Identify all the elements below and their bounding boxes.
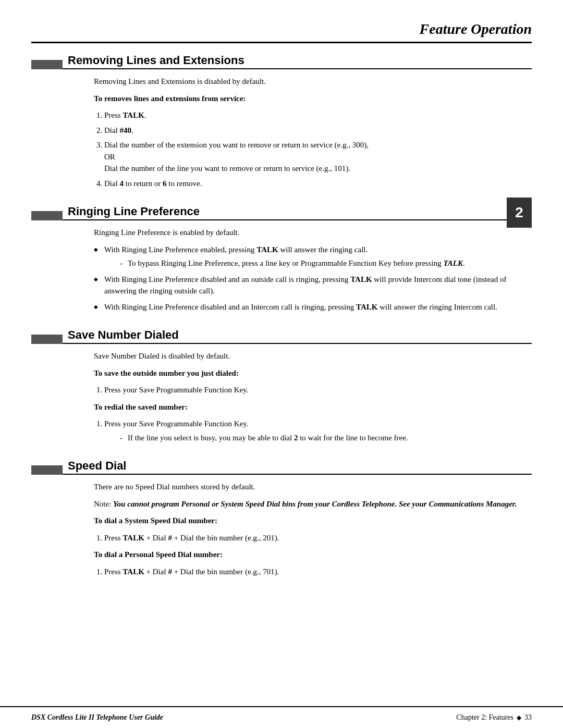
page-title: Feature Operation: [31, 21, 532, 38]
chapter-badge: 2: [507, 198, 532, 228]
section-intro-ringing: Ringing Line Preference is enabled by de…: [94, 227, 532, 239]
dial-2-keyword: 2: [294, 434, 298, 442]
section-title-save: Save Number Dialed: [63, 328, 179, 341]
section-accent-bar-ringing: [31, 211, 63, 220]
step-item: Press your Save Programmable Function Ke…: [104, 418, 532, 443]
footer-right-area: Chapter 2: Features ◆ 33: [456, 713, 532, 722]
talk-keyword: TALK: [256, 245, 278, 254]
talk-keyword: TALK: [123, 567, 144, 576]
step-item: Dial the number of the extension you wan…: [104, 139, 532, 175]
header-rule: [31, 42, 532, 43]
talk-keyword: TALK: [350, 275, 372, 283]
steps-list-system-speed: Press TALK + Dial # + Dial the bin numbe…: [94, 532, 532, 544]
talk-keyword: TALK: [123, 111, 144, 119]
section-intro-speed: There are no Speed Dial numbers stored b…: [94, 481, 532, 493]
note-content: You cannot program Personal or System Sp…: [113, 500, 517, 508]
footer-diamond: ◆: [517, 714, 521, 722]
talk-keyword: TALK: [356, 303, 377, 311]
section-save-number: Save Number Dialed Save Number Dialed is…: [31, 328, 532, 443]
section-body-save: Save Number Dialed is disabled by defaul…: [31, 350, 532, 443]
section-accent-bar-save: [31, 335, 63, 344]
section-intro-removing: Removing Lines and Extensions is disable…: [94, 76, 532, 88]
sub-bullet-item: To bypass Ringing Line Preference, press…: [120, 257, 532, 269]
sub-bullet-redial: If the line you select is busy, you may …: [104, 432, 532, 444]
section-header-removing: Removing Lines and Extensions: [31, 54, 532, 69]
talk-italic-keyword: TALK: [443, 259, 463, 267]
header-area: Feature Operation: [0, 0, 563, 43]
hash-keyword: #: [168, 534, 172, 542]
step-item: Press TALK + Dial # + Dial the bin numbe…: [104, 566, 532, 578]
section-title-area: Removing Lines and Extensions: [63, 54, 532, 69]
section-title-removing: Removing Lines and Extensions: [63, 54, 244, 67]
section-title-area-speed: Speed Dial: [63, 459, 532, 475]
subsection-title-personal-speed: To dial a Personal Speed Dial number:: [94, 549, 532, 561]
footer: DSX Cordless Lite II Telephone User Guid…: [0, 706, 563, 728]
sub-bullet-item: If the line you select is busy, you may …: [120, 432, 532, 444]
page-container: Feature Operation Removing Lines and Ext…: [0, 0, 563, 728]
main-content: Removing Lines and Extensions Removing L…: [0, 43, 563, 635]
note-text-speed: Note: You cannot program Personal or Sys…: [94, 498, 532, 510]
section-header-speed: Speed Dial: [31, 459, 532, 475]
section-title-speed: Speed Dial: [63, 459, 126, 472]
steps-list-redial: Press your Save Programmable Function Ke…: [94, 418, 532, 443]
subsection-title-redial: To redial the saved number:: [94, 401, 532, 413]
step-item: Press TALK.: [104, 109, 532, 121]
bullet-list-ringing: With Ringing Line Preference enabled, pr…: [94, 244, 532, 313]
section-speed-dial: Speed Dial There are no Speed Dial numbe…: [31, 459, 532, 577]
bullet-item: With Ringing Line Preference disabled an…: [94, 274, 532, 297]
dial-keyword: #40: [120, 126, 132, 134]
step-item: Press TALK + Dial # + Dial the bin numbe…: [104, 532, 532, 544]
steps-list-removing: Press TALK. Dial #40. Dial the number of…: [94, 109, 532, 189]
step-item: Dial #40.: [104, 125, 532, 137]
talk-keyword: TALK: [123, 534, 144, 542]
subsection-title-save-outside: To save the outside number you just dial…: [94, 367, 532, 379]
subsection-title-system-speed: To dial a System Speed Dial number:: [94, 515, 532, 527]
section-body-removing: Removing Lines and Extensions is disable…: [31, 76, 532, 189]
section-removing-lines: Removing Lines and Extensions Removing L…: [31, 54, 532, 189]
dial-6-keyword: 6: [163, 179, 167, 188]
footer-page-number: 33: [524, 713, 532, 722]
section-ringing-line: Ringing Line Preference 2 Ringing Line P…: [31, 205, 532, 313]
section-header-ringing: Ringing Line Preference 2: [31, 205, 532, 220]
section-title-ringing: Ringing Line Preference: [63, 205, 200, 218]
section-body-ringing: Ringing Line Preference is enabled by de…: [31, 227, 532, 313]
section-intro-save: Save Number Dialed is disabled by defaul…: [94, 350, 532, 362]
bullet-item: With Ringing Line Preference enabled, pr…: [94, 244, 532, 269]
section-title-area-ringing: Ringing Line Preference: [63, 205, 532, 220]
section-body-speed: There are no Speed Dial numbers stored b…: [31, 481, 532, 577]
bullet-item: With Ringing Line Preference disabled an…: [94, 301, 532, 313]
steps-list-save: Press your Save Programmable Function Ke…: [94, 384, 532, 396]
step-item: Press your Save Programmable Function Ke…: [104, 384, 532, 396]
hash-keyword: #: [168, 567, 172, 576]
section-header-save: Save Number Dialed: [31, 328, 532, 344]
section-accent-bar: [31, 60, 63, 69]
footer-left-text: DSX Cordless Lite II Telephone User Guid…: [31, 713, 163, 722]
steps-list-personal-speed: Press TALK + Dial # + Dial the bin numbe…: [94, 566, 532, 578]
subsection-title-removes: To removes lines and extensions from ser…: [94, 93, 532, 105]
dial-4-keyword: 4: [120, 179, 124, 188]
step-item: Dial 4 to return or 6 to remove.: [104, 178, 532, 190]
section-title-area-save: Save Number Dialed: [63, 328, 532, 344]
sub-bullet-list: To bypass Ringing Line Preference, press…: [104, 257, 532, 269]
footer-chapter-label: Chapter 2: Features: [456, 713, 513, 722]
section-accent-bar-speed: [31, 465, 63, 475]
